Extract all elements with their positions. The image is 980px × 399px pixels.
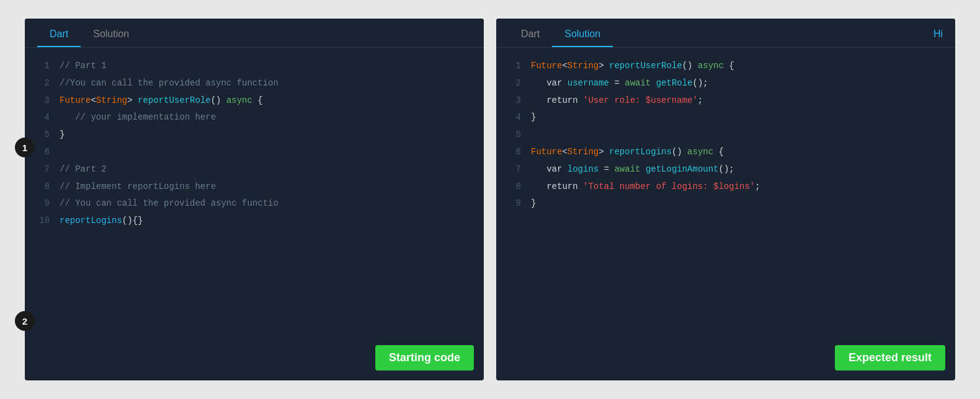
code-token: Future <box>60 95 91 105</box>
code-token: // your implementation here <box>60 112 216 122</box>
code-token: return <box>531 95 583 105</box>
line-number: 4 <box>35 110 50 125</box>
line-number: 9 <box>35 196 50 211</box>
code-line: 6Future<String> reportLogins() async { <box>496 144 955 161</box>
code-token: reportUserRole <box>609 61 682 71</box>
code-token: = <box>599 164 614 174</box>
code-token: < <box>562 147 567 157</box>
line-code: // Implement reportLogins here <box>60 180 216 195</box>
code-line: 3Future<String> reportUserRole() async { <box>25 92 484 110</box>
code-token: async <box>698 61 724 71</box>
code-token: String <box>568 61 599 71</box>
code-token: Future <box>531 147 562 157</box>
code-line: 5 <box>496 126 955 144</box>
line-number: 8 <box>35 180 50 195</box>
code-token: 'Total number of logins: $logins' <box>583 182 755 191</box>
line-number: 2 <box>35 76 50 91</box>
right-code-panel: Dart Solution Hi 1Future<String> reportU… <box>496 19 955 380</box>
code-token: } <box>60 129 65 139</box>
code-line: 7// Part 2 <box>25 161 484 178</box>
line-code: return 'User role: $username'; <box>531 94 703 108</box>
line-number: 3 <box>506 94 521 108</box>
left-code-panel: Dart Solution 1// Part 12//You can call … <box>25 19 484 380</box>
code-line: 2 var username = await getRole(); <box>496 75 955 92</box>
line-code: var logins = await getLoginAmount(); <box>531 162 734 177</box>
line-code: } <box>531 110 536 125</box>
badge-1: 1 <box>15 138 35 157</box>
code-token: = <box>609 78 625 88</box>
right-tab-dart[interactable]: Dart <box>509 19 552 47</box>
code-line: 6 <box>25 144 484 161</box>
code-token: reportUserRole <box>138 95 211 105</box>
code-token: var <box>531 164 568 174</box>
code-token: String <box>568 147 599 157</box>
line-number: 6 <box>35 145 50 160</box>
line-code: // You can call the provided async funct… <box>60 196 278 211</box>
line-code: var username = await getRole(); <box>531 76 708 91</box>
right-tab-solution[interactable]: Solution <box>552 19 613 47</box>
right-tabs: Dart Solution Hi <box>496 19 955 48</box>
code-line: 8 return 'Total number of logins: $login… <box>496 178 955 196</box>
code-token: return <box>531 182 583 191</box>
code-token: () <box>672 147 687 157</box>
right-tab-hi[interactable]: Hi <box>921 19 943 47</box>
code-token: await <box>625 78 656 88</box>
line-code: // your implementation here <box>60 110 216 125</box>
code-token: logins <box>568 164 599 174</box>
code-token: async <box>687 147 713 157</box>
code-line: 4} <box>496 109 955 126</box>
code-token: reportLogins <box>609 147 672 157</box>
left-tab-dart[interactable]: Dart <box>37 19 81 47</box>
line-code: return 'Total number of logins: $logins'… <box>531 180 760 195</box>
code-token: (); <box>692 78 708 88</box>
code-token: < <box>562 61 567 71</box>
starting-code-badge: Starting code <box>375 345 474 370</box>
code-token: // Part 2 <box>60 164 107 174</box>
line-code: // Part 2 <box>60 162 107 177</box>
code-token: async <box>226 95 252 105</box>
code-line: 8// Implement reportLogins here <box>25 178 484 196</box>
code-token: 'User role: $username' <box>583 95 698 105</box>
code-token: Future <box>531 61 562 71</box>
left-code-content: 1// Part 12//You can call the provided a… <box>25 48 484 380</box>
line-number: 1 <box>35 59 50 74</box>
code-token: () <box>211 95 226 105</box>
code-line: 3 return 'User role: $username'; <box>496 92 955 110</box>
line-number: 3 <box>35 94 50 108</box>
code-line: 5} <box>25 126 484 144</box>
code-token: String <box>96 95 127 105</box>
line-code: reportLogins(){} <box>60 214 143 229</box>
line-code: Future<String> reportLogins() async { <box>531 145 724 160</box>
left-tabs: Dart Solution <box>25 19 484 48</box>
code-token: await <box>614 164 645 174</box>
code-token: < <box>91 95 96 105</box>
code-token: () <box>682 61 698 71</box>
line-number: 5 <box>35 128 50 142</box>
code-token: > <box>127 95 138 105</box>
line-number: 9 <box>506 196 521 211</box>
code-line: 1Future<String> reportUserRole() async { <box>496 58 955 75</box>
code-token: // Part 1 <box>60 61 107 71</box>
code-line: 10reportLogins(){} <box>25 213 484 230</box>
line-number: 4 <box>506 110 521 125</box>
code-line: 7 var logins = await getLoginAmount(); <box>496 161 955 178</box>
code-token: } <box>531 198 536 208</box>
line-number: 7 <box>35 162 50 177</box>
code-line: 4 // your implementation here <box>25 109 484 126</box>
left-panel-wrapper: 1 2 Dart Solution 1// Part 12//You can c… <box>25 19 484 380</box>
expected-result-badge: Expected result <box>835 345 945 370</box>
code-token: { <box>252 95 263 105</box>
line-code: //You can call the provided async functi… <box>60 76 278 91</box>
code-token: // You can call the provided async funct… <box>60 198 278 208</box>
code-token: ; <box>755 182 760 191</box>
code-token: getRole <box>656 78 693 88</box>
line-code: Future<String> reportUserRole() async { <box>531 59 734 74</box>
code-line: 9// You can call the provided async func… <box>25 195 484 213</box>
code-token: username <box>568 78 609 88</box>
line-number: 7 <box>506 162 521 177</box>
line-number: 6 <box>506 145 521 160</box>
code-line: 1// Part 1 <box>25 58 484 75</box>
left-tab-solution[interactable]: Solution <box>81 19 141 47</box>
code-token: var <box>531 78 568 88</box>
line-number: 5 <box>506 128 521 142</box>
